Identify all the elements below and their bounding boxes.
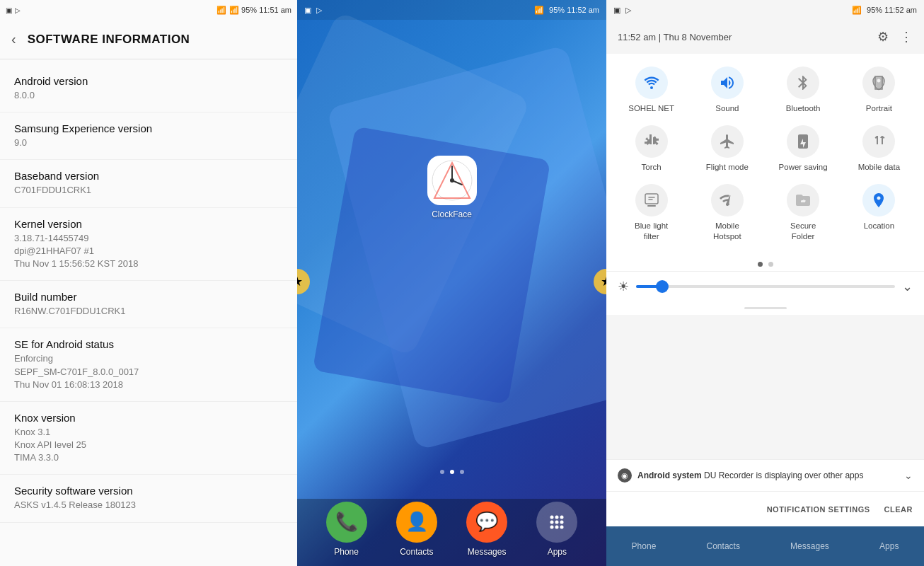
blue-light-label: Blue lightfilter (635, 221, 668, 242)
notif-bottom-bar: NOTIFICATION SETTINGS CLEAR (606, 491, 924, 526)
qs-mobile-data[interactable]: Mobile data (845, 125, 913, 173)
torch-label: Torch (642, 162, 662, 173)
dot-1 (440, 470, 444, 474)
messages-icon-circle[interactable]: 💬 (466, 502, 507, 543)
svg-rect-15 (645, 194, 658, 204)
bluetooth-label: Bluetooth (786, 103, 821, 114)
phone-icon: 📞 (335, 511, 358, 533)
dot-2-active (450, 470, 454, 474)
samsung-experience-value: 9.0 (14, 137, 283, 149)
baseband-version-item: Baseband version C701FDDU1CRK1 (0, 160, 297, 207)
torch-icon (643, 133, 660, 150)
notif-divider-spacer (606, 301, 924, 315)
qs-flight-mode[interactable]: Flight mode (693, 125, 761, 173)
clockface-icon[interactable] (427, 156, 477, 205)
brightness-thumb[interactable] (656, 280, 669, 293)
clear-notifications-button[interactable]: CLEAR (884, 505, 913, 514)
back-button[interactable]: ‹ (11, 31, 16, 47)
software-header: ‹ SOFTWARE INFORMATION (0, 20, 297, 59)
phone-icon-circle[interactable]: 📞 (326, 502, 367, 543)
notif-taskbar: Phone Contacts Messages Apps (606, 526, 924, 566)
hotspot-icon (719, 192, 736, 209)
android-version-label: Android version (14, 75, 283, 87)
apps-icon-circle[interactable] (536, 502, 577, 543)
qs-row-3: Blue lightfilter MobileHotspot Secure (606, 178, 924, 248)
notif-status-right: 📶 95% 11:52 am (852, 6, 917, 15)
qs-portrait[interactable]: Portrait (845, 67, 913, 114)
taskbar-apps[interactable]: Apps (536, 502, 577, 557)
star-icon: ★ (297, 274, 303, 289)
qs-secure-folder[interactable]: SecureFolder (770, 184, 837, 242)
security-software-value: ASKS v1.4.5 Release 180123 (14, 499, 283, 512)
knox-version-label: Knox version (14, 412, 283, 424)
brightness-expand-icon[interactable]: ⌄ (902, 279, 913, 294)
notif-status-left: ▣ ▷ (613, 6, 631, 15)
svg-point-11 (550, 525, 554, 529)
taskbar-messages[interactable]: 💬 Messages (466, 502, 507, 557)
qs-row-1: SOHEL NET Sound Bluetooth (606, 61, 924, 120)
blue-light-icon-wrap (635, 184, 668, 216)
portrait-icon-wrap (862, 67, 895, 99)
qs-row-2: Torch Flight mode Power saving (606, 120, 924, 178)
svg-point-7 (560, 515, 564, 519)
se-android-value: Enforcing SEPF_SM-C701F_8.0.0_0017 Thu N… (14, 352, 283, 391)
settings-gear-icon[interactable]: ⚙ (877, 29, 889, 45)
security-software-label: Security software version (14, 485, 283, 497)
svg-point-3 (450, 178, 454, 183)
qs-hotspot[interactable]: MobileHotspot (693, 184, 761, 242)
portrait-icon (870, 74, 887, 91)
qs-power-saving[interactable]: Power saving (770, 125, 837, 173)
taskbar-contacts[interactable]: 👤 Contacts (396, 502, 437, 557)
knox-version-item: Knox version Knox 3.1 Knox API level 25 … (0, 402, 297, 475)
apps-grid-icon (547, 512, 567, 532)
qs-page-dots (606, 255, 924, 271)
home-taskbar: 📞 Phone 👤 Contacts 💬 Messages (297, 499, 606, 566)
secure-folder-label: SecureFolder (790, 221, 816, 242)
signal-icon: 📶 (216, 6, 226, 15)
qs-sound[interactable]: Sound (693, 67, 761, 114)
svg-point-5 (550, 515, 554, 519)
mobile-data-label: Mobile data (858, 162, 900, 173)
wifi-label: SOHEL NET (628, 103, 674, 114)
dot-3 (460, 470, 464, 474)
bluetooth-icon-wrap (787, 67, 819, 99)
notification-settings-button[interactable]: NOTIFICATION SETTINGS (767, 505, 870, 514)
flight-mode-icon (719, 133, 736, 150)
overflow-menu-icon[interactable]: ⋮ (900, 29, 913, 45)
qs-blue-light[interactable]: Blue lightfilter (618, 184, 685, 242)
notif-taskbar-contacts: Contacts (707, 541, 740, 551)
quick-settings-grid: SOHEL NET Sound Bluetooth (606, 54, 924, 255)
clockface-icon-container[interactable]: ClockFace (427, 156, 477, 219)
panel-home: ▣ ▷ 📶 95% 11:52 am ★ ★ (297, 0, 606, 566)
svg-point-14 (650, 86, 653, 89)
contacts-label: Contacts (400, 547, 433, 557)
secure-folder-icon-wrap (787, 184, 819, 216)
notif-play-icon: ▷ (625, 6, 631, 14)
brightness-slider[interactable] (636, 285, 895, 288)
baseband-version-value: C701FDDU1CRK1 (14, 184, 283, 197)
svg-point-10 (560, 520, 564, 524)
svg-point-8 (550, 520, 554, 524)
qs-torch[interactable]: Torch (618, 125, 685, 173)
flight-mode-label: Flight mode (706, 162, 749, 173)
messages-icon: 💬 (475, 511, 498, 533)
qs-wifi[interactable]: SOHEL NET (618, 67, 685, 114)
camera-icon: ▣ (6, 6, 12, 14)
sound-icon-wrap (711, 67, 744, 99)
flight-icon-wrap (711, 125, 744, 158)
home-background (297, 0, 606, 566)
notif-taskbar-apps: Apps (879, 541, 899, 551)
system-expand-icon[interactable]: ⌄ (904, 470, 913, 481)
notif-header: 11:52 am | Thu 8 November ⚙ ⋮ (606, 20, 924, 54)
qs-bluetooth[interactable]: Bluetooth (770, 67, 837, 114)
clockface-app-area: ClockFace (427, 156, 477, 219)
software-content[interactable]: Android version 8.0.0 Samsung Experience… (0, 59, 297, 566)
android-system-icon: ◉ (618, 468, 632, 483)
hotspot-label: MobileHotspot (713, 221, 741, 242)
security-software-item: Security software version ASKS v1.4.5 Re… (0, 475, 297, 522)
taskbar-phone[interactable]: 📞 Phone (326, 502, 367, 557)
qs-location[interactable]: Location (845, 184, 913, 242)
torch-icon-wrap (635, 125, 668, 158)
system-banner[interactable]: ◉ Android system DU Recorder is displayi… (606, 459, 924, 491)
contacts-icon-circle[interactable]: 👤 (396, 502, 437, 543)
